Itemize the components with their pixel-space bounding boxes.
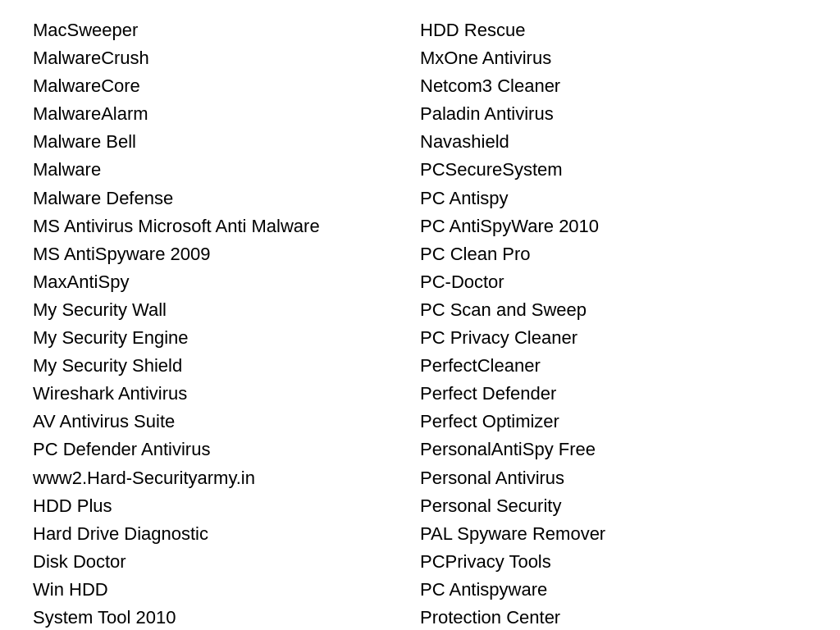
list-item: MalwareCrush xyxy=(33,44,420,72)
list-item: HDD Rescue xyxy=(420,16,807,44)
list-item: MS AntiSpyware 2009 xyxy=(33,240,420,268)
list-item: Personal Security xyxy=(420,492,807,520)
list-item: Personal Antivirus xyxy=(420,464,807,492)
list-item: PC Defender Antivirus xyxy=(33,436,420,463)
list-item: Navashield xyxy=(420,128,807,156)
list-item: MacSweeper xyxy=(33,16,420,44)
list-item: PC Privacy Cleaner xyxy=(420,324,807,352)
list-item: MalwareCore xyxy=(33,72,420,100)
list-item: Perfect Optimizer xyxy=(420,408,807,436)
list-item: My Security Engine xyxy=(33,324,420,352)
list-item: PC Clean Pro xyxy=(420,240,807,268)
list-item: Netcom3 Cleaner xyxy=(420,72,807,100)
main-content: MacSweeperMalwareCrushMalwareCoreMalware… xyxy=(33,16,807,630)
list-item: PC Scan and Sweep xyxy=(420,296,807,324)
list-item: Win HDD xyxy=(33,576,420,604)
list-item: PAL Spyware Remover xyxy=(420,520,807,548)
list-item: PerfectCleaner xyxy=(420,352,807,380)
list-item: MalwareAlarm xyxy=(33,100,420,128)
list-item: Wireshark Antivirus xyxy=(33,380,420,408)
list-item: MS Antivirus Microsoft Anti Malware xyxy=(33,212,420,240)
list-item: PCPrivacy Tools xyxy=(420,548,807,576)
list-item: Disk Doctor xyxy=(33,548,420,576)
left-column: MacSweeperMalwareCrushMalwareCoreMalware… xyxy=(33,16,420,630)
list-item: My Security Shield xyxy=(33,352,420,380)
list-item: PC-Doctor xyxy=(420,268,807,296)
list-item: Malware Defense xyxy=(33,185,420,212)
list-item: www2.Hard-Securityarmy.in xyxy=(33,464,420,492)
list-item: PersonalAntiSpy Free xyxy=(420,436,807,463)
right-column: HDD RescueMxOne AntivirusNetcom3 Cleaner… xyxy=(420,16,807,630)
list-item: Perfect Defender xyxy=(420,380,807,408)
list-item: System Tool 2010 xyxy=(33,604,420,630)
list-item: PC AntiSpyWare 2010 xyxy=(420,212,807,240)
list-item: Hard Drive Diagnostic xyxy=(33,520,420,548)
list-item: Malware Bell xyxy=(33,128,420,156)
list-item: HDD Plus xyxy=(33,492,420,520)
list-item: PC Antispyware xyxy=(420,576,807,604)
list-item: Malware xyxy=(33,156,420,184)
list-item: MaxAntiSpy xyxy=(33,268,420,296)
list-item: PCSecureSystem xyxy=(420,156,807,184)
list-item: PC Antispy xyxy=(420,185,807,212)
list-item: My Security Wall xyxy=(33,296,420,324)
list-item: Paladin Antivirus xyxy=(420,100,807,128)
list-item: AV Antivirus Suite xyxy=(33,408,420,436)
list-item: Protection Center xyxy=(420,604,807,630)
list-item: MxOne Antivirus xyxy=(420,44,807,72)
